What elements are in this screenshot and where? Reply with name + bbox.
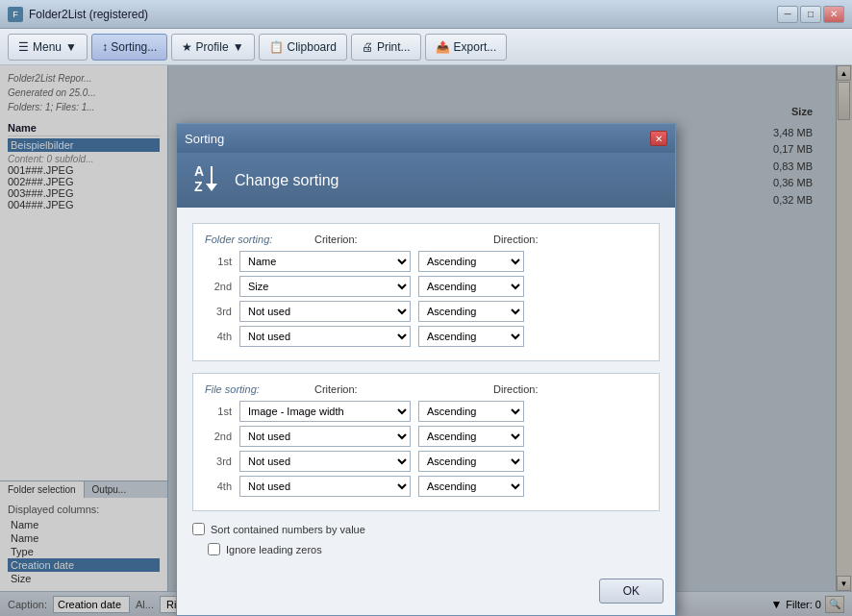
checkbox-row-2: Ignore leading zeros	[208, 543, 660, 555]
folder-criterion-select-2[interactable]: NameSizeNot used	[239, 301, 411, 322]
title-bar-left: F Folder2List (registered)	[8, 7, 148, 22]
modal-close-button[interactable]: ✕	[650, 131, 667, 146]
clipboard-icon: 📋	[269, 40, 284, 54]
modal-header: A Z Change sorting	[177, 153, 675, 208]
file-sorting-section: File sorting: Criterion: Direction: 1st …	[192, 373, 660, 511]
profile-button[interactable]: ★ Profile ▼	[171, 34, 254, 61]
window-title: Folder2List (registered)	[29, 8, 148, 21]
file-criterion-select-2[interactable]: NameSizeNot used	[239, 451, 411, 472]
folder-criterion-select-0[interactable]: NameSizeNot used	[239, 251, 411, 272]
folder-sort-row-3: 4th NameSizeNot used AscendingDescending	[205, 326, 647, 347]
folder-direction-select-1[interactable]: AscendingDescending	[418, 276, 524, 297]
folder-direction-select-2[interactable]: AscendingDescending	[418, 301, 524, 322]
modal-overlay: Sorting ✕ A Z Change sorting	[0, 65, 852, 616]
sorting-dialog: Sorting ✕ A Z Change sorting	[176, 123, 676, 616]
modal-footer: OK	[177, 571, 675, 615]
file-sort-label-2: 3rd	[205, 456, 232, 467]
modal-title: Sorting	[185, 132, 224, 146]
menu-button[interactable]: ☰ Menu ▼	[8, 34, 88, 61]
folder-sort-label-2: 3rd	[205, 306, 232, 317]
sort-numbers-label: Sort contained numbers by value	[211, 524, 365, 535]
file-direction-header: Direction:	[493, 383, 538, 395]
file-sort-label-3: 4th	[205, 480, 232, 492]
print-icon: 🖨	[362, 40, 373, 54]
folder-direction-header: Direction:	[493, 234, 538, 245]
modal-title-bar: Sorting ✕	[177, 124, 675, 153]
file-sorting-label: File sorting:	[205, 383, 311, 395]
folder-sorting-label: Folder sorting:	[205, 234, 311, 245]
modal-header-title: Change sorting	[235, 172, 339, 189]
clipboard-button[interactable]: 📋 Clipboard	[259, 34, 347, 61]
folder-criterion-select-1[interactable]: NameSizeNot used	[239, 276, 411, 297]
print-button[interactable]: 🖨 Print...	[351, 34, 421, 61]
ignore-zeros-checkbox[interactable]	[208, 543, 220, 555]
file-criterion-select-3[interactable]: NameSizeNot used	[239, 476, 411, 497]
file-sort-row-0: 1st NameSizeImage - Image widthNot used …	[205, 401, 647, 422]
svg-text:A: A	[194, 163, 204, 179]
svg-marker-3	[206, 184, 217, 191]
folder-sorting-header: Folder sorting: Criterion: Direction:	[205, 234, 647, 245]
menu-chevron-icon: ▼	[65, 40, 77, 54]
folder-sort-row-0: 1st NameSizeNot used AscendingDescending	[205, 251, 647, 272]
file-direction-select-3[interactable]: AscendingDescending	[418, 476, 524, 497]
checkbox-row-1: Sort contained numbers by value	[192, 523, 660, 535]
window-controls[interactable]: ─ □ ✕	[777, 6, 844, 23]
file-sorting-header: File sorting: Criterion: Direction:	[205, 383, 647, 395]
file-direction-select-2[interactable]: AscendingDescending	[418, 451, 524, 472]
file-sort-row-3: 4th NameSizeNot used AscendingDescending	[205, 476, 647, 497]
folder-criterion-select-3[interactable]: NameSizeNot used	[239, 326, 411, 347]
profile-chevron-icon: ▼	[233, 40, 244, 54]
folder-sort-row-1: 2nd NameSizeNot used AscendingDescending	[205, 276, 647, 297]
export-icon: 📤	[436, 40, 450, 54]
file-criterion-select-1[interactable]: NameSizeNot used	[239, 426, 411, 447]
folder-direction-select-0[interactable]: AscendingDescending	[418, 251, 524, 272]
ok-button[interactable]: OK	[599, 579, 664, 604]
folder-sort-label-0: 1st	[205, 256, 232, 267]
folder-sort-row-2: 3rd NameSizeNot used AscendingDescending	[205, 301, 647, 322]
maximize-button[interactable]: □	[800, 6, 821, 23]
sorting-button[interactable]: ↕ Sorting...	[91, 34, 167, 61]
file-direction-select-1[interactable]: AscendingDescending	[418, 426, 524, 447]
export-button[interactable]: 📤 Export...	[425, 34, 508, 61]
folder-sorting-section: Folder sorting: Criterion: Direction: 1s…	[192, 223, 660, 361]
sort-icon: A Z	[192, 162, 223, 198]
file-criterion-header: Criterion:	[314, 383, 486, 395]
file-sort-row-2: 3rd NameSizeNot used AscendingDescending	[205, 451, 647, 472]
app-icon: F	[8, 7, 23, 22]
file-sort-label-0: 1st	[205, 406, 232, 417]
file-criterion-select-0[interactable]: NameSizeImage - Image widthNot used	[239, 401, 411, 422]
folder-sort-label-1: 2nd	[205, 281, 232, 292]
title-bar: F Folder2List (registered) ─ □ ✕	[0, 0, 852, 29]
file-sort-label-1: 2nd	[205, 431, 232, 442]
file-direction-select-0[interactable]: AscendingDescending	[418, 401, 524, 422]
sort-numbers-checkbox[interactable]	[192, 523, 205, 535]
close-button[interactable]: ✕	[823, 6, 844, 23]
folder-criterion-header: Criterion:	[314, 234, 486, 245]
menu-icon: ☰	[18, 40, 29, 54]
file-sort-row-1: 2nd NameSizeNot used AscendingDescending	[205, 426, 647, 447]
folder-sort-label-3: 4th	[205, 331, 232, 342]
minimize-button[interactable]: ─	[777, 6, 798, 23]
toolbar: ☰ Menu ▼ ↕ Sorting... ★ Profile ▼ 📋 Clip…	[0, 29, 852, 65]
modal-body: Folder sorting: Criterion: Direction: 1s…	[177, 208, 675, 571]
svg-text:Z: Z	[194, 179, 203, 193]
folder-direction-select-3[interactable]: AscendingDescending	[418, 326, 524, 347]
ignore-zeros-label: Ignore leading zeros	[226, 544, 322, 555]
